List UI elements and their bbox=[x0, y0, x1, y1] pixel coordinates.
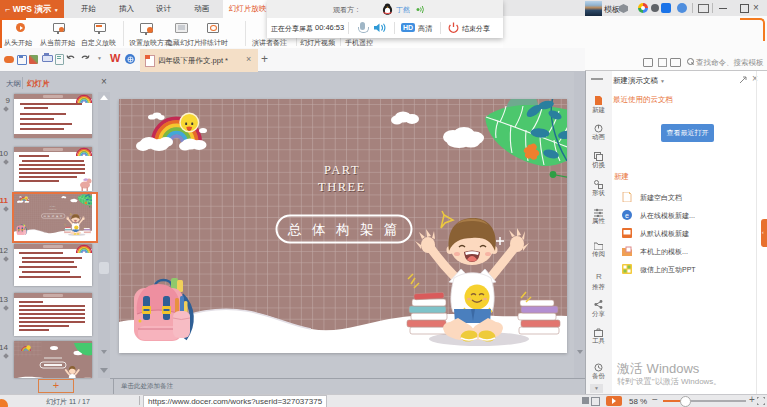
svg-text:e: e bbox=[625, 212, 629, 219]
svg-text:THREE: THREE bbox=[318, 180, 366, 194]
svg-text:PART: PART bbox=[324, 163, 360, 177]
svg-text:总体构架篇: 总体构架篇 bbox=[287, 222, 408, 237]
